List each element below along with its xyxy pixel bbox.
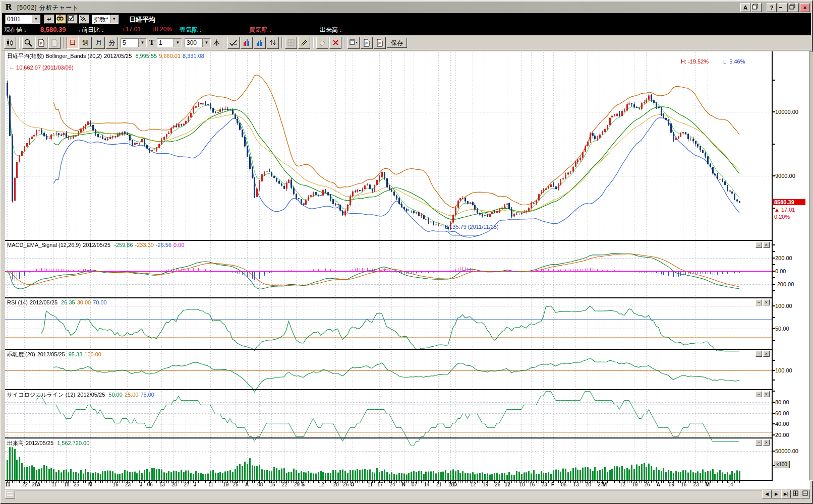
copy-window-button[interactable] [751,3,762,12]
vol-axis-label: 50000.00 [775,448,808,454]
scroll-grip[interactable] [5,490,15,498]
volume-label: 出来高： [320,26,344,34]
x-axis-label: 25 [233,482,239,487]
chart-canvas[interactable] [5,51,773,485]
return-icon[interactable]: ↵ [44,15,54,24]
x-axis-label: 13 [159,482,165,487]
x-axis-label: 12 [505,482,510,487]
svg-text:P: P [40,41,42,46]
scroll-right-button[interactable]: ▶ [772,490,781,498]
change-pct-value: +0.20% [151,26,172,33]
restore-button[interactable] [789,3,799,12]
page-b-icon[interactable]: P [374,37,386,49]
new-page-icon[interactable]: P [35,37,47,49]
period-minute-button[interactable]: 分 [106,37,118,49]
delete-x-icon[interactable] [329,37,341,49]
scroll-track[interactable] [15,490,762,498]
panel-minimize-button[interactable]: − [756,242,762,248]
erase-draw-icon[interactable] [79,15,89,24]
chevron-down-icon[interactable]: ▼ [173,39,182,47]
bars-count-select[interactable]: 300▼ [185,38,211,47]
edit-check-icon[interactable] [68,15,78,24]
x-axis-label: M [706,482,710,487]
interval-select[interactable]: 5▼ [121,38,147,47]
x-axis-label: 08 [257,482,263,487]
panel-close-button[interactable]: × [763,391,770,397]
axis-tick [773,465,775,466]
layout-grid-b-button[interactable] [800,490,810,498]
x-axis-label: 16 [681,482,686,487]
minimize-button[interactable] [778,3,788,12]
panel-minimize-button[interactable]: − [756,391,762,397]
panel-close-button[interactable]: × [763,299,770,305]
font-button[interactable]: A [740,3,750,12]
axis-tick [773,244,775,245]
period-month-button[interactable]: 月 [93,37,105,49]
ask-label: 売気配： [180,26,204,34]
scroll-end-button[interactable]: ▶| [781,490,791,498]
grid-icon[interactable] [285,37,297,49]
x-axis-label: M [603,482,607,487]
axis-tick [773,340,775,341]
axis-tick [773,277,775,278]
instrument-type-select[interactable]: 指数*▼ [92,15,119,24]
current-price-label: 現在値： [4,26,28,34]
panel-minimize-button[interactable]: − [756,351,762,357]
x-axis-label: 22 [22,482,28,487]
x-axis-label: 23 [693,482,699,487]
scroll-left-button[interactable]: ◀ [762,490,772,498]
copy-page-icon[interactable] [48,37,61,49]
macd-panel-header: MACD_EMA_Signal (12,26,9)2012/05/25 -259… [7,242,187,248]
zoom-chart-icon[interactable] [22,37,34,49]
panel-close-button[interactable]: × [763,242,770,248]
x-axis-label: 10 [519,482,525,487]
window-menu-icon[interactable] [347,37,360,49]
rsi-axis-label: 100.00 [775,303,808,309]
page-a-icon[interactable]: P [361,37,373,49]
x-axis-label: 20 [171,482,177,487]
draw-check-icon[interactable] [227,37,240,49]
panel-close-button[interactable]: × [763,351,770,357]
offchart-high-annotation: ← 10,662.07 (2011/03/09) [9,65,74,71]
x-axis-label: 26 [495,482,500,487]
tick-select[interactable]: 1▼ [157,38,182,47]
x-axis-label: 19 [223,482,228,487]
panel-close-button[interactable]: × [763,439,770,446]
horizontal-scrollbar[interactable]: ◀ ▶ ▶| [5,490,810,498]
price-axis-label: 9000.00 [775,173,808,179]
bars-red-blue-icon[interactable] [241,37,253,49]
eraser-icon[interactable] [316,37,328,49]
symbol-code-input[interactable]: 0101▼ [5,15,40,24]
bars-blue-icon[interactable] [254,37,266,49]
save-button[interactable]: 保存 [387,38,407,48]
candlestick-chart-icon[interactable] [4,37,16,49]
x-axis-label: 07 [412,482,417,487]
pencil-icon[interactable] [298,37,310,49]
chevron-down-icon[interactable]: ▼ [110,15,118,23]
x-axis-label: 27 [184,482,189,487]
panel-minimize-button[interactable]: − [756,299,762,305]
x-axis-label: 09 [669,482,674,487]
close-button[interactable]: × [800,3,810,12]
bars-unit-label: 本 [212,38,221,47]
panel-minimize-button[interactable]: − [756,439,762,446]
x-axis-label: 22 [282,482,287,487]
layout-grid-a-button[interactable] [791,490,800,498]
x-axis-label: D [453,482,457,487]
chevron-down-icon[interactable]: ▼ [138,39,146,47]
binoculars-icon[interactable] [56,15,66,24]
period-day-button[interactable]: 日 [67,37,79,49]
help-button[interactable]: ? [767,3,777,12]
axis-tick [773,380,775,381]
chevron-down-icon[interactable]: ▼ [32,15,40,23]
vertical-scrollbar[interactable] [809,51,813,481]
price-marker-pct: 0.20% [774,214,790,220]
period-week-button[interactable]: 週 [80,37,92,49]
rsi-panel-header: RSI (14)2012/05/25 26.3530.0070.00 [7,299,109,305]
chevron-down-icon[interactable]: ▼ [202,39,210,47]
rsi-axis-label: 50.00 [775,326,808,332]
sort-arrows-icon[interactable] [267,37,279,49]
price-axis-line [772,51,773,481]
axis-tick [773,360,775,361]
title-bar: R [5002] 分析チャート A ? × [2,2,811,13]
